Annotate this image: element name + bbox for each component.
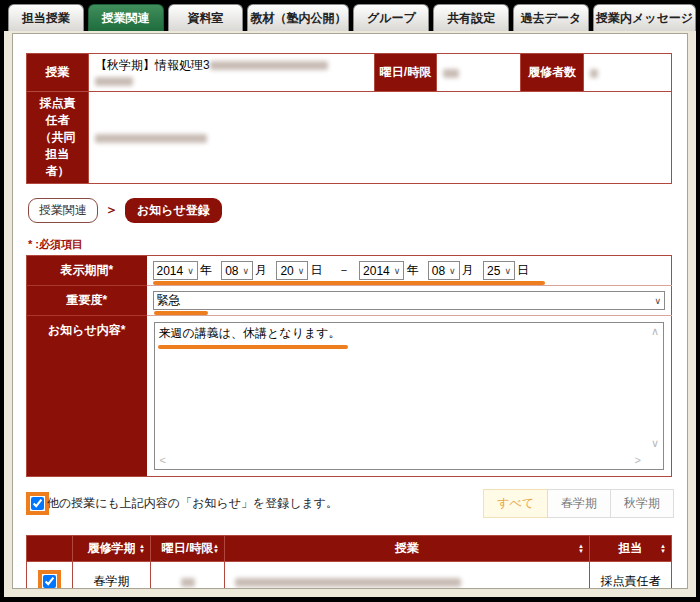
month-unit: 月	[462, 263, 474, 277]
tab-share-settings[interactable]: 共有設定	[433, 4, 509, 31]
end-day-value: 25	[487, 264, 504, 278]
year-unit: 年	[406, 263, 418, 277]
sort-icon[interactable]: ▲▼	[213, 544, 219, 554]
filter-all-button[interactable]: すべて	[483, 489, 548, 518]
importance-field: 緊急∨	[147, 286, 672, 316]
redacted-text	[95, 77, 133, 86]
main-frame: 授業 【秋学期】情報処理3 曜日/時限 履修者数 採点責任者（共同担当者） 授業…	[4, 31, 696, 597]
period-fields: 2014∨年 08∨月 20∨日 － 2014∨年 08∨月 25∨日	[147, 256, 672, 286]
end-month-value: 08	[432, 264, 449, 278]
redacted-text	[443, 69, 459, 78]
row-semester: 春学期	[73, 562, 151, 590]
start-day-value: 20	[280, 264, 297, 278]
semester-filter-group: すべて 春学期 秋学期	[484, 489, 674, 518]
annotation-underline	[153, 281, 545, 285]
tab-materials[interactable]: 教材（塾内公開）	[247, 4, 349, 31]
row-course	[225, 562, 590, 590]
breadcrumb-parent[interactable]: 授業関連	[28, 198, 98, 223]
tab-class-related[interactable]: 授業関連	[88, 4, 164, 31]
redacted-text	[235, 578, 461, 587]
table-row: 採点責任者（共同担当者）	[27, 92, 672, 184]
importance-value: 緊急	[157, 292, 185, 309]
row-checkbox-cell	[27, 562, 73, 590]
table-row: 授業 【秋学期】情報処理3 曜日/時限 履修者数	[27, 54, 672, 92]
chevron-down-icon: ∨	[449, 266, 456, 276]
required-fields-note: * :必須項目	[28, 237, 674, 252]
form-row-importance: 重要度* 緊急∨	[27, 286, 672, 316]
day-period-label: 曜日/時限	[375, 54, 437, 92]
chevron-down-icon: ∨	[654, 296, 661, 306]
scroll-left-icon[interactable]: <	[160, 455, 166, 466]
sort-icon[interactable]: ▲▼	[139, 544, 145, 554]
sort-icon[interactable]: ▲▼	[660, 544, 666, 554]
end-year-value: 2014	[363, 264, 394, 278]
sort-icon[interactable]: ▲▼	[578, 544, 584, 554]
filter-fall-button[interactable]: 秋学期	[610, 489, 674, 518]
table-header-row: 履修学期▲▼ 曜日/時限▲▼ 授業▲▼ 担当▲▼	[27, 536, 672, 562]
day-column-header: 曜日/時限▲▼	[151, 536, 225, 562]
day-period-value	[437, 54, 521, 92]
breadcrumb-separator-icon: ＞	[105, 201, 118, 219]
course-label: 授業	[27, 54, 89, 92]
importance-select[interactable]: 緊急∨	[153, 291, 666, 310]
end-day-select[interactable]: 25∨	[483, 261, 515, 280]
start-day-select[interactable]: 20∨	[276, 261, 308, 280]
filter-spring-button[interactable]: 春学期	[547, 489, 611, 518]
start-month-value: 08	[225, 264, 242, 278]
start-year-select[interactable]: 2014∨	[153, 261, 198, 280]
apply-other-courses-label: 他の授業にも上記内容の「お知らせ」を登録します。	[47, 495, 338, 512]
course-header-table: 授業 【秋学期】情報処理3 曜日/時限 履修者数 採点責任者（共同担当者）	[26, 53, 672, 184]
end-year-select[interactable]: 2014∨	[359, 261, 404, 280]
enrolled-value	[584, 54, 672, 92]
breadcrumb-current: お知らせ登録	[125, 198, 222, 223]
redacted-text	[181, 578, 195, 587]
grader-value	[89, 92, 672, 184]
content-label: お知らせ内容*	[27, 316, 147, 477]
course-name: 【秋学期】情報処理3	[95, 58, 210, 72]
scroll-down-icon[interactable]: ∨	[651, 438, 659, 449]
breadcrumb: 授業関連 ＞ お知らせ登録	[28, 198, 674, 222]
start-month-select[interactable]: 08∨	[221, 261, 253, 280]
other-courses-table: 履修学期▲▼ 曜日/時限▲▼ 授業▲▼ 担当▲▼ 春学期 採点責任者	[26, 535, 672, 589]
announcement-textarea[interactable]: 来週の講義は、休講となります。 ∧ ∨ < >	[154, 322, 665, 470]
tab-groups[interactable]: グループ	[353, 4, 429, 31]
course-row-checkbox[interactable]	[43, 575, 56, 588]
row-day	[151, 562, 225, 590]
scroll-right-icon[interactable]: >	[635, 455, 641, 466]
form-row-period: 表示期間* 2014∨年 08∨月 20∨日 － 2014∨年 08∨月 25∨…	[27, 256, 672, 286]
charge-column-header: 担当▲▼	[590, 536, 672, 562]
period-label: 表示期間*	[27, 256, 147, 286]
annotation-underline	[158, 345, 349, 349]
tab-past-data[interactable]: 過去データ	[513, 4, 589, 31]
range-separator: －	[338, 263, 350, 277]
announcement-form: 表示期間* 2014∨年 08∨月 20∨日 － 2014∨年 08∨月 25∨…	[26, 255, 672, 477]
day-unit: 日	[310, 263, 322, 277]
chevron-down-icon: ∨	[187, 266, 194, 276]
month-unit: 月	[255, 263, 267, 277]
chevron-down-icon: ∨	[243, 266, 250, 276]
announcement-text: 来週の講義は、休講となります。	[155, 323, 345, 344]
content-panel: 授業 【秋学期】情報処理3 曜日/時限 履修者数 採点責任者（共同担当者） 授業…	[12, 33, 688, 589]
end-month-select[interactable]: 08∨	[428, 261, 460, 280]
redacted-text	[95, 134, 207, 143]
course-column-header: 授業▲▼	[225, 536, 590, 562]
apply-other-courses-checkbox[interactable]	[31, 497, 44, 510]
row-charge: 採点責任者	[590, 562, 672, 590]
start-year-value: 2014	[157, 264, 188, 278]
tab-library[interactable]: 資料室	[168, 4, 244, 31]
importance-label: 重要度*	[27, 286, 147, 316]
chevron-down-icon: ∨	[504, 266, 511, 276]
chevron-down-icon: ∨	[394, 266, 401, 276]
content-field: 来週の講義は、休講となります。 ∧ ∨ < >	[147, 316, 672, 477]
tab-bar: 担当授業 授業関連 資料室 教材（塾内公開） グループ 共有設定 過去データ 授…	[8, 4, 696, 31]
scroll-up-icon[interactable]: ∧	[651, 326, 659, 337]
chevron-down-icon: ∨	[298, 266, 305, 276]
day-unit: 日	[517, 263, 529, 277]
redacted-text	[590, 69, 598, 78]
form-row-content: お知らせ内容* 来週の講義は、休講となります。 ∧ ∨ < >	[27, 316, 672, 477]
tab-class-messages[interactable]: 授業内メッセージ	[593, 4, 696, 31]
course-value: 【秋学期】情報処理3	[89, 54, 375, 92]
tab-assigned-classes[interactable]: 担当授業	[8, 4, 84, 31]
annotation-box	[26, 492, 49, 515]
checkbox-column-header	[27, 536, 73, 562]
